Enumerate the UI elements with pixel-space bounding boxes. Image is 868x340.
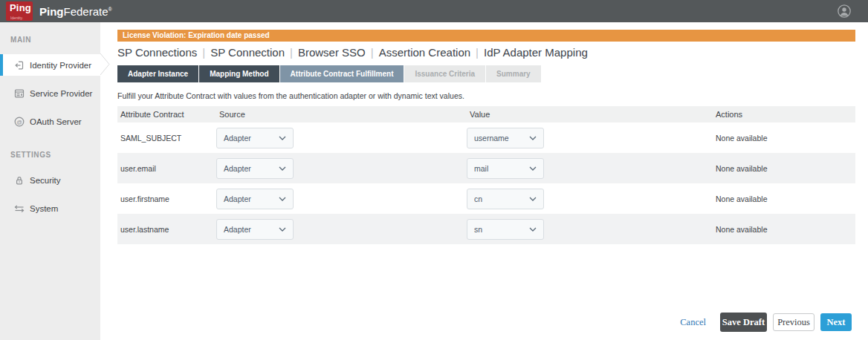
chevron-down-icon — [529, 197, 537, 201]
breadcrumb-separator: | — [470, 46, 484, 59]
sidebar-item-label: Identity Provider — [30, 61, 91, 70]
lock-icon — [14, 175, 25, 186]
save-draft-button[interactable]: Save Draft — [720, 313, 767, 332]
app-title-bold: Ping — [39, 5, 64, 18]
sidebar-item-system[interactable]: System — [0, 197, 100, 219]
value-dropdown[interactable]: mail — [467, 158, 544, 179]
breadcrumb-separator: | — [366, 46, 379, 59]
sidebar-item-label: Service Provider — [30, 89, 92, 98]
sidebar-section-settings: SETTINGS — [10, 151, 100, 159]
license-violation-banner: License Violation: Expiration date passe… — [117, 30, 855, 42]
user-account-icon[interactable] — [837, 4, 852, 19]
tab-attribute-contract-fulfillment[interactable]: Attribute Contract Fulfillment — [280, 65, 404, 82]
sidebar-section-main: MAIN — [10, 36, 100, 44]
source-dropdown[interactable]: Adapter — [216, 219, 294, 240]
active-item-arrow — [100, 53, 111, 75]
sidebar-item-service-provider[interactable]: Service Provider — [0, 82, 100, 104]
tab-issuance-criteria: Issuance Criteria — [404, 65, 485, 82]
breadcrumb-sp-connection[interactable]: SP Connection — [210, 46, 285, 59]
actions-text: None available — [713, 194, 855, 203]
chevron-down-icon — [529, 166, 537, 171]
breadcrumb-sp-connections[interactable]: SP Connections — [117, 46, 197, 59]
actions-text: None available — [713, 134, 855, 143]
footer-actions: Cancel Save Draft Previous Next — [680, 313, 852, 332]
table-header-row: Attribute Contract Source Value Actions — [117, 106, 855, 122]
chevron-down-icon — [279, 166, 286, 171]
wizard-tabs: Adapter Instance Mapping Method Attribut… — [117, 65, 542, 82]
source-dropdown-value: Adapter — [224, 164, 279, 173]
source-dropdown-value: Adapter — [224, 225, 279, 234]
chevron-down-icon — [529, 227, 537, 232]
source-dropdown[interactable]: Adapter — [216, 128, 294, 148]
value-dropdown[interactable]: username — [467, 128, 544, 148]
sidebar: MAIN Identity Provider — [0, 22, 100, 340]
registered-mark: ® — [108, 7, 112, 12]
value-dropdown-value: username — [474, 134, 529, 143]
breadcrumb-idp-adapter-mapping: IdP Adapter Mapping — [484, 46, 588, 59]
breadcrumb-separator: | — [197, 46, 210, 59]
table-row: user.lastname Adapter sn None available — [117, 214, 855, 244]
service-provider-icon — [14, 88, 25, 99]
svg-text:@: @ — [16, 118, 22, 125]
app-title-light: Federate — [64, 5, 108, 18]
table-row: SAML_SUBJECT Adapter username None avail… — [117, 122, 855, 153]
actions-text: None available — [713, 164, 855, 173]
column-header-value: Value — [467, 110, 713, 119]
value-dropdown[interactable]: sn — [467, 219, 544, 240]
main-content: License Violation: Expiration date passe… — [100, 22, 868, 340]
attribute-name: user.email — [117, 164, 216, 173]
logo-text: Ping — [10, 2, 31, 13]
value-dropdown-value: mail — [474, 164, 529, 173]
app-title: PingFederate® — [39, 5, 112, 18]
top-bar: Ping Identity. PingFederate® — [0, 0, 868, 22]
chevron-down-icon — [279, 136, 286, 140]
attribute-name: user.lastname — [117, 225, 216, 234]
table-row: user.firstname Adapter cn None available — [117, 183, 855, 214]
previous-button[interactable]: Previous — [773, 313, 814, 331]
sidebar-item-security[interactable]: Security — [0, 169, 100, 191]
sliders-icon — [14, 203, 25, 214]
breadcrumb-assertion-creation[interactable]: Assertion Creation — [379, 46, 470, 59]
value-dropdown-value: cn — [474, 194, 529, 203]
breadcrumb-browser-sso[interactable]: Browser SSO — [298, 46, 366, 59]
oauth-server-icon: @ — [14, 117, 25, 127]
logo-subtext: Identity. — [10, 16, 23, 20]
breadcrumb: SP Connections|SP Connection|Browser SSO… — [117, 46, 588, 59]
value-dropdown-value: sn — [474, 225, 529, 234]
attribute-name: SAML_SUBJECT — [117, 134, 216, 143]
ping-identity-logo[interactable]: Ping Identity. — [6, 1, 33, 21]
tab-adapter-instance[interactable]: Adapter Instance — [117, 65, 198, 82]
attribute-name: user.firstname — [117, 194, 216, 203]
sidebar-item-identity-provider[interactable]: Identity Provider — [0, 54, 100, 76]
cancel-button[interactable]: Cancel — [680, 317, 706, 328]
chevron-down-icon — [529, 136, 537, 140]
chevron-down-icon — [279, 227, 286, 232]
tab-summary: Summary — [486, 65, 541, 82]
column-header-attribute-contract: Attribute Contract — [117, 110, 216, 119]
source-dropdown[interactable]: Adapter — [216, 189, 294, 209]
source-dropdown-value: Adapter — [224, 134, 279, 143]
table-row: user.email Adapter mail None available — [117, 153, 855, 183]
source-dropdown[interactable]: Adapter — [216, 158, 294, 179]
actions-text: None available — [713, 225, 855, 234]
page-description: Fulfill your Attribute Contract with val… — [117, 91, 464, 100]
column-header-actions: Actions — [713, 110, 855, 119]
chevron-down-icon — [279, 197, 286, 201]
value-dropdown[interactable]: cn — [467, 189, 544, 209]
breadcrumb-separator: | — [285, 46, 298, 59]
sidebar-item-label: Security — [30, 176, 61, 185]
column-header-source: Source — [216, 110, 467, 119]
sidebar-item-label: OAuth Server — [30, 117, 82, 126]
table-body: SAML_SUBJECT Adapter username None avail… — [117, 122, 855, 244]
next-button[interactable]: Next — [820, 313, 852, 331]
app-window: Ping Identity. PingFederate® MAIN Iden — [0, 0, 868, 340]
identity-provider-icon — [14, 60, 25, 71]
source-dropdown-value: Adapter — [224, 194, 279, 203]
attribute-fulfillment-table: Attribute Contract Source Value Actions … — [117, 106, 855, 244]
sidebar-item-label: System — [30, 204, 58, 213]
tab-mapping-method[interactable]: Mapping Method — [199, 65, 279, 82]
sidebar-item-oauth-server[interactable]: @ OAuth Server — [0, 111, 100, 132]
